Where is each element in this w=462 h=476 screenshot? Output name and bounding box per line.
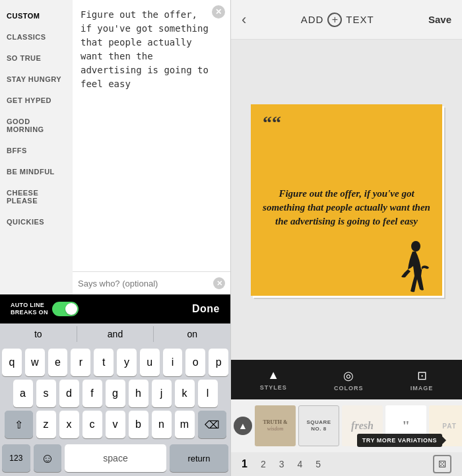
image-icon: ⊡ [417, 368, 427, 383]
key-d[interactable]: d [59, 380, 79, 407]
canvas-area: ““ Figure out the offer, if you've got s… [231, 40, 462, 360]
key-row-2: a s d f g h j k l [2, 380, 228, 407]
suggestion-to[interactable]: to [0, 326, 77, 342]
key-c[interactable]: c [82, 411, 102, 438]
done-button[interactable]: Done [192, 303, 220, 315]
key-h[interactable]: h [129, 380, 148, 407]
styles-icon: ▲ [267, 368, 279, 382]
svg-point-0 [411, 241, 420, 252]
tab-image[interactable]: ⊡ IMAGE [403, 366, 442, 394]
suggestion-and[interactable]: and [77, 326, 154, 342]
clear-quote-button[interactable]: ✕ [212, 5, 225, 18]
key-k[interactable]: k [175, 380, 195, 407]
key-backspace[interactable]: ⌫ [198, 411, 226, 438]
tab-styles[interactable]: ▲ STYLES [252, 366, 295, 393]
key-123[interactable]: 123 [2, 444, 30, 472]
add-icon[interactable]: + [327, 13, 342, 27]
key-a[interactable]: a [13, 380, 33, 407]
right-panel: ‹ ADD + TEXT Save ““ Figure out the offe… [231, 0, 462, 476]
colors-icon: ◎ [343, 368, 354, 383]
sidebar-item-so-true[interactable]: SO TRUE [0, 48, 73, 69]
key-shift[interactable]: ⇧ [5, 411, 33, 438]
key-b[interactable]: b [129, 411, 148, 438]
key-o[interactable]: o [185, 349, 205, 376]
key-s[interactable]: s [36, 380, 56, 407]
key-e[interactable]: e [48, 349, 68, 376]
key-x[interactable]: x [59, 411, 79, 438]
save-button[interactable]: Save [428, 14, 451, 25]
done-bar: AUTO LINEBREAKS ON Done [0, 294, 230, 323]
key-return[interactable]: return [170, 444, 228, 472]
auto-line-label: AUTO LINEBREAKS ON [11, 302, 48, 316]
right-header: ‹ ADD + TEXT Save [231, 0, 462, 40]
key-f[interactable]: f [82, 380, 102, 407]
image-label: IMAGE [411, 385, 434, 391]
key-t[interactable]: t [94, 349, 114, 376]
add-label: ADD [301, 14, 324, 25]
sidebar-item-classics[interactable]: CLASSICS [0, 26, 73, 48]
keyboard-bottom-row: 123 ☺ space return [0, 443, 230, 475]
sidebar-item-custom[interactable]: CUSTOM [0, 5, 73, 26]
key-v[interactable]: v [106, 411, 125, 438]
keyboard-suggestions: to and on [0, 323, 230, 345]
sidebar-item-stay-hungry[interactable]: STAY HUNGRY [0, 69, 73, 90]
keyboard: q w e r t y u i o p a s d f g h j k [0, 345, 230, 476]
page-1[interactable]: 1 [242, 458, 248, 470]
keyboard-rows: q w e r t y u i o p a s d f g h j k [0, 347, 230, 443]
quote-textarea[interactable]: Figure out the offer, if you've got some… [73, 0, 230, 271]
key-l[interactable]: l [198, 380, 218, 407]
sidebar-item-bffs[interactable]: BFFS [0, 140, 73, 161]
key-p[interactable]: p [209, 349, 228, 376]
page-2[interactable]: 2 [261, 459, 266, 469]
page-3[interactable]: 3 [279, 459, 284, 469]
quote-card: ““ Figure out the offer, if you've got s… [251, 104, 442, 296]
add-text-area: ADD + TEXT [301, 13, 374, 27]
sidebar-item-get-hyped[interactable]: GET HYPED [0, 90, 73, 111]
back-button[interactable]: ‹ [242, 11, 246, 28]
variation-1[interactable]: TRUTH &wisdom [255, 405, 296, 446]
key-emoji[interactable]: ☺ [34, 444, 62, 472]
key-n[interactable]: n [152, 411, 172, 438]
clear-attribution-button[interactable]: ✕ [213, 277, 225, 289]
key-q[interactable]: q [2, 349, 22, 376]
text-label: TEXT [346, 14, 374, 25]
sidebar-item-be-mindful[interactable]: BE MINDFUL [0, 161, 73, 182]
key-space[interactable]: space [65, 444, 166, 472]
key-i[interactable]: i [163, 349, 183, 376]
sidebar-list: CUSTOM CLASSICS SO TRUE STAY HUNGRY GET … [0, 0, 73, 294]
key-r[interactable]: r [71, 349, 90, 376]
try-more-tooltip[interactable]: TRY MORE VARIATIONS [357, 434, 442, 447]
page-4[interactable]: 4 [298, 459, 303, 469]
key-row-1: q w e r t y u i o p [2, 349, 228, 376]
dice-icon[interactable]: ⚄ [433, 455, 451, 473]
key-y[interactable]: y [117, 349, 137, 376]
left-top-area: CUSTOM CLASSICS SO TRUE STAY HUNGRY GET … [0, 0, 230, 294]
key-m[interactable]: m [175, 411, 195, 438]
tab-colors[interactable]: ◎ COLORS [326, 366, 372, 394]
card-quote-text: Figure out the offer, if you've got some… [251, 160, 442, 239]
suggestion-on[interactable]: on [154, 326, 230, 342]
colors-label: COLORS [334, 385, 364, 391]
person-silhouette [396, 236, 436, 296]
auto-line-toggle: AUTO LINEBREAKS ON [11, 302, 79, 316]
expand-button[interactable]: ▲ [234, 417, 252, 435]
auto-line-switch[interactable] [52, 302, 79, 316]
key-z[interactable]: z [36, 411, 56, 438]
sidebar-item-quickies[interactable]: QUICKIES [0, 211, 73, 232]
key-g[interactable]: g [106, 380, 125, 407]
page-5[interactable]: 5 [315, 459, 321, 469]
variation-2[interactable]: SQUARENO. 8 [298, 405, 339, 446]
attribution-input[interactable] [78, 279, 213, 289]
page-nums-center: 1 2 3 4 5 [242, 458, 321, 470]
key-u[interactable]: u [140, 349, 160, 376]
key-w[interactable]: w [25, 349, 45, 376]
sidebar-item-good-morning[interactable]: GOOD MORNING [0, 111, 73, 140]
variations-strip: ▲ TRUTH &wisdom SQUARENO. 8 fresh " PAT … [231, 399, 462, 452]
key-row-3: ⇧ z x c v b n m ⌫ [2, 411, 228, 438]
toggle-knob [65, 303, 77, 315]
bottom-tabs: ▲ STYLES ◎ COLORS ⊡ IMAGE [231, 360, 462, 399]
page-numbers: 1 2 3 4 5 ⚄ [231, 452, 462, 476]
key-j[interactable]: j [152, 380, 172, 407]
sidebar-item-cheese-please[interactable]: CHEESE PLEASE [0, 182, 73, 211]
attribution-row: ✕ [73, 271, 230, 294]
